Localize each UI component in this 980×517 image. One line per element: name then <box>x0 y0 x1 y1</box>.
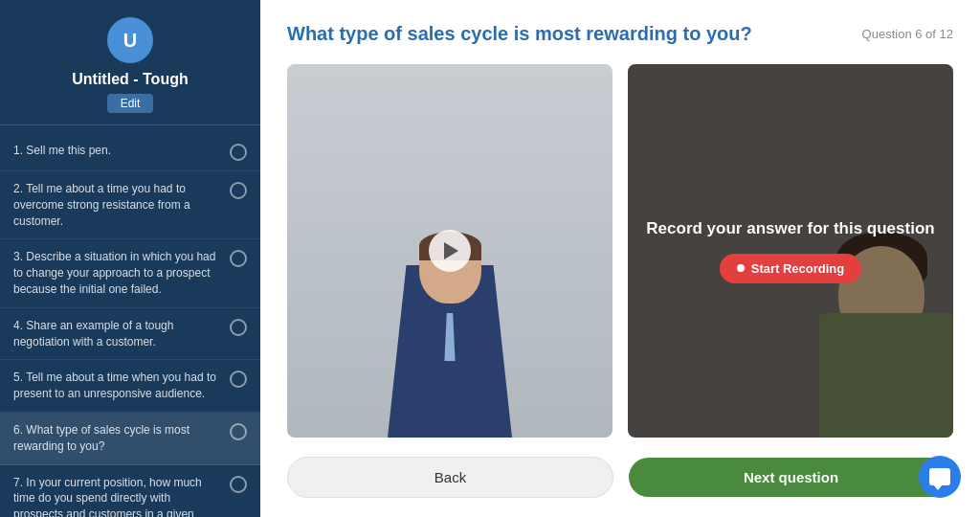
question-item-text: 6. What type of sales cycle is most rewa… <box>13 422 222 455</box>
rec-dot-icon <box>737 264 745 272</box>
sidebar-title: Untitled - Tough <box>15 71 245 88</box>
avatar: U <box>107 17 153 63</box>
question-item-6[interactable]: 6. What type of sales cycle is most rewa… <box>0 413 260 465</box>
question-item-text: 5. Tell me about a time when you had to … <box>13 370 222 402</box>
chat-button[interactable] <box>919 456 961 498</box>
question-title: What type of sales cycle is most rewardi… <box>287 23 847 45</box>
question-item-5[interactable]: 5. Tell me about a time when you had to … <box>0 360 260 413</box>
question-header: What type of sales cycle is most rewardi… <box>287 23 953 45</box>
question-item-text: 4. Share an example of a tough negotiati… <box>13 318 222 350</box>
candidate-video: Record your answer for this question Sta… <box>628 64 953 438</box>
record-overlay: Record your answer for this question Sta… <box>628 64 953 438</box>
sidebar-header: U Untitled - Tough Edit <box>0 0 260 125</box>
buttons-row: Back Next question <box>287 457 953 498</box>
question-item-text: 1. Sell me this pen. <box>13 143 222 159</box>
question-list: 1. Sell me this pen.2. Tell me about a t… <box>0 125 260 517</box>
record-overlay-text: Record your answer for this question <box>646 218 934 239</box>
question-item-7[interactable]: 7. In your current position, how much ti… <box>0 465 260 517</box>
sidebar: U Untitled - Tough Edit 1. Sell me this … <box>0 0 260 517</box>
edit-button[interactable]: Edit <box>107 94 154 113</box>
question-radio-circle <box>230 319 247 336</box>
question-item-3[interactable]: 3. Describe a situation in which you had… <box>0 239 260 307</box>
next-question-button[interactable]: Next question <box>629 458 953 497</box>
question-item-text: 7. In your current position, how much ti… <box>13 475 222 517</box>
question-radio-circle <box>230 182 247 199</box>
video-row: Record your answer for this question Sta… <box>287 64 953 438</box>
question-radio-circle <box>230 250 247 267</box>
play-button[interactable] <box>429 230 471 272</box>
question-radio-circle <box>230 476 247 493</box>
interviewer-video <box>287 64 612 438</box>
question-item-text: 3. Describe a situation in which you had… <box>13 249 222 297</box>
play-icon <box>444 242 458 259</box>
back-button[interactable]: Back <box>287 457 613 498</box>
question-radio-circle <box>230 371 247 388</box>
chat-icon <box>929 468 950 485</box>
question-item-1[interactable]: 1. Sell me this pen. <box>0 133 260 171</box>
question-item-2[interactable]: 2. Tell me about a time you had to overc… <box>0 171 260 239</box>
start-recording-button[interactable]: Start Recording <box>720 254 862 283</box>
start-recording-label: Start Recording <box>751 261 845 276</box>
main-content: What type of sales cycle is most rewardi… <box>260 0 980 517</box>
question-item-text: 2. Tell me about a time you had to overc… <box>13 181 222 229</box>
question-item-4[interactable]: 4. Share an example of a tough negotiati… <box>0 308 260 361</box>
question-count: Question 6 of 12 <box>862 27 953 41</box>
question-radio-circle <box>230 423 247 440</box>
question-radio-circle <box>230 144 247 161</box>
